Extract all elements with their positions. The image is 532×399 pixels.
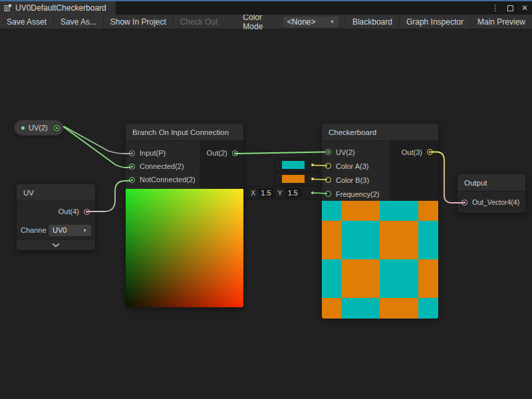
port-label: Frequency(2)	[336, 190, 379, 198]
color-a-swatch[interactable]	[282, 161, 305, 169]
port-color-a[interactable]	[325, 163, 331, 169]
frequency-field: X 1.5 Y 1.5	[247, 187, 318, 199]
more-options-icon[interactable]: ⋮	[491, 1, 499, 15]
port-label: Out(2)	[207, 149, 227, 157]
graph-inspector-button[interactable]: Graph Inspector	[400, 15, 470, 29]
color-mode-dropdown[interactable]: <None> ▼	[283, 17, 338, 27]
shader-graph-icon	[4, 4, 12, 12]
checkerboard-preview	[322, 201, 438, 319]
tab-bar: UV0DefaultCheckerboard ⋮ ✕	[0, 1, 532, 15]
port-uv-pill-out[interactable]	[54, 125, 60, 131]
color-a-field[interactable]	[275, 159, 318, 171]
node-title: Branch On Input Connection	[126, 124, 243, 141]
port-checkerboard-out[interactable]	[427, 149, 433, 155]
port-label: Out_Vector4(4)	[472, 198, 519, 206]
node-uv-property-pill[interactable]: UV(2)	[15, 120, 63, 135]
collapse-control[interactable]	[17, 239, 95, 250]
chevron-down-icon: ▼	[82, 228, 87, 233]
port-label: Connected(2)	[140, 162, 184, 170]
edge-branch-to-checkerboard[interactable]	[235, 152, 325, 154]
uv-gradient-preview	[126, 189, 243, 307]
port-uv[interactable]	[325, 149, 331, 155]
node-output[interactable]: Output Out_Vector4(4)	[458, 174, 525, 213]
port-branch-out[interactable]	[232, 150, 238, 156]
port-label: Color B(3)	[336, 176, 369, 184]
collapse-chevron-icon	[51, 243, 61, 247]
connector-dot	[311, 178, 314, 180]
save-asset-button[interactable]: Save Asset	[0, 15, 53, 29]
port-uv-out[interactable]	[84, 209, 90, 215]
node-uv[interactable]: UV Out(4) Channe UV0 ▼	[17, 184, 95, 250]
port-input-p[interactable]	[129, 150, 135, 156]
toolbar: Save Asset Save As... Show In Project Ch…	[0, 15, 532, 29]
frequency-y-input[interactable]: 1.5	[285, 188, 302, 198]
show-in-project-button[interactable]: Show In Project	[104, 15, 173, 29]
main-preview-button[interactable]: Main Preview	[471, 15, 532, 29]
port-color-b[interactable]	[325, 177, 331, 183]
color-b-field[interactable]	[275, 173, 318, 185]
edge-uvpill-to-connected[interactable]	[64, 127, 130, 168]
connector-dot	[311, 164, 314, 166]
color-mode-label: Color Mode	[224, 13, 283, 31]
port-frequency[interactable]	[325, 191, 331, 197]
node-checkerboard[interactable]: Checkerboard UV(2) Color A(3) Color B(3)…	[322, 124, 438, 319]
port-out-vector4[interactable]	[462, 200, 467, 205]
port-label: Out(3)	[402, 148, 422, 156]
port-label: UV(2)	[336, 148, 355, 156]
port-label: NotConnected(2)	[140, 176, 196, 184]
channel-label: Channe	[21, 226, 49, 234]
edge-uvpill-to-input[interactable]	[64, 126, 130, 154]
property-type-dot	[21, 126, 25, 130]
check-out-button: Check Out	[174, 15, 225, 29]
pill-label: UV(2)	[29, 124, 48, 132]
tab-shader-graph[interactable]: UV0DefaultCheckerboard	[0, 1, 116, 15]
node-title: UV	[17, 184, 95, 201]
connector-dot	[311, 192, 314, 194]
node-title: Checkerboard	[322, 124, 438, 141]
port-connected[interactable]	[129, 164, 135, 170]
port-notconnected[interactable]	[129, 177, 135, 183]
color-b-swatch[interactable]	[282, 175, 305, 183]
y-label: Y	[277, 189, 282, 197]
chevron-down-icon: ▼	[330, 19, 334, 24]
node-branch-on-input-connection[interactable]: Branch On Input Connection Input(P) Conn…	[126, 124, 243, 307]
node-title: Output	[458, 174, 525, 192]
port-label: Out(4)	[59, 207, 79, 215]
channel-dropdown[interactable]: UV0 ▼	[49, 225, 91, 236]
save-as-button[interactable]: Save As...	[54, 15, 103, 29]
color-mode-value: <None>	[287, 17, 316, 27]
close-icon[interactable]: ✕	[521, 1, 528, 15]
port-label: Color A(3)	[336, 162, 369, 170]
tab-title: UV0DefaultCheckerboard	[15, 3, 106, 13]
x-label: X	[251, 189, 255, 197]
channel-value: UV0	[53, 226, 66, 234]
blackboard-button[interactable]: Blackboard	[346, 15, 399, 29]
maximize-icon[interactable]	[507, 5, 513, 11]
port-label: Input(P)	[140, 149, 166, 157]
frequency-x-input[interactable]: 1.5	[258, 188, 275, 198]
